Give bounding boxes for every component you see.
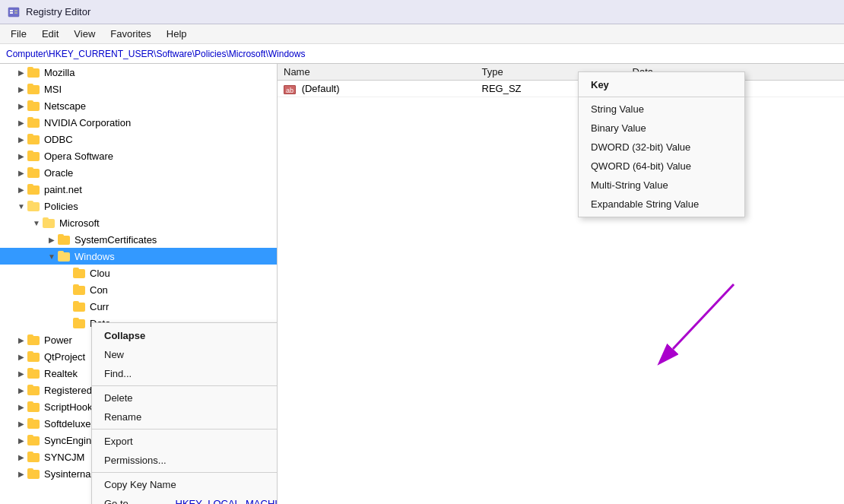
tree-item-currentver[interactable]: Curr	[0, 298, 277, 315]
tree-item-paintnet[interactable]: ▶ paint.net	[0, 181, 277, 198]
tree-label-control: Con	[90, 284, 108, 296]
menu-permissions[interactable]: Permissions...	[92, 451, 278, 470]
menu-goto-local[interactable]: Go to HKEY_LOCAL_MACHINE	[92, 494, 278, 504]
table-row[interactable]: ab (Default) REG_SZ (value not set)	[278, 81, 844, 97]
menu-sep-2	[92, 429, 278, 430]
expand-oracle[interactable]: ▶	[15, 169, 27, 177]
tree-label-cloudcontent: Clou	[90, 268, 110, 279]
tree-item-odbc[interactable]: ▶ ODBC	[0, 131, 277, 147]
tree-item-microsoft[interactable]: ▼ Microsoft	[0, 214, 277, 231]
expand-windows[interactable]: ▼	[46, 252, 58, 261]
svg-rect-0	[8, 8, 19, 17]
expand-policies[interactable]: ▼	[15, 202, 27, 211]
svg-rect-3	[14, 10, 17, 11]
menu-find[interactable]: Find...	[92, 364, 278, 383]
expand-microsoft[interactable]: ▼	[30, 219, 43, 227]
tree-item-mozilla[interactable]: ▶ Mozilla	[0, 64, 277, 81]
expand-softdeluxe[interactable]: ▶	[15, 420, 27, 428]
folder-cloudcontent-icon	[73, 268, 87, 278]
menu-edit[interactable]: Edit	[36, 27, 65, 41]
folder-microsoft-icon	[43, 217, 56, 228]
submenu-multi-string-value[interactable]: Multi-String Value	[579, 176, 744, 195]
folder-datacoll-icon	[73, 318, 87, 328]
submenu-dword-value[interactable]: DWORD (32-bit) Value	[579, 138, 744, 157]
folder-odbc-icon	[27, 134, 41, 144]
folder-registeredap-icon	[27, 385, 41, 395]
expand-netscape[interactable]: ▶	[15, 102, 27, 110]
submenu-binary-value[interactable]: Binary Value	[579, 119, 744, 138]
folder-mozilla-icon	[27, 67, 41, 78]
tree-label-netscape: Netscape	[44, 100, 86, 112]
tree-item-msi[interactable]: ▶ MSI	[0, 81, 277, 97]
folder-scripthookv-icon	[27, 401, 41, 412]
submenu-expandable-string-value[interactable]: Expandable String Value	[579, 195, 744, 214]
expand-qtproject[interactable]: ▶	[15, 353, 27, 361]
folder-syncjm-icon	[27, 452, 41, 462]
submenu-key[interactable]: Key	[579, 75, 744, 94]
folder-netscape-icon	[27, 100, 41, 111]
menu-copy-key-name[interactable]: Copy Key Name	[92, 475, 278, 494]
submenu-string-value[interactable]: String Value	[579, 100, 744, 119]
expand-nvidia[interactable]: ▶	[15, 119, 27, 127]
tree-label-msi: MSI	[44, 84, 62, 95]
arrow-annotation	[643, 277, 779, 378]
submenu: Key String Value Binary Value DWORD (32-…	[578, 71, 745, 217]
expand-msi[interactable]: ▶	[15, 85, 27, 94]
expand-scripthookv[interactable]: ▶	[15, 403, 27, 411]
menu-favorites[interactable]: Favorites	[104, 27, 157, 41]
tree-item-windows[interactable]: ▼ Windows	[0, 248, 277, 265]
menu-collapse[interactable]: Collapse	[92, 326, 278, 345]
folder-systemcerts-icon	[58, 234, 71, 245]
menu-file[interactable]: File	[5, 27, 33, 41]
expand-odbc[interactable]: ▶	[15, 135, 27, 144]
cell-name: ab (Default)	[278, 81, 476, 97]
registry-table: Name Type Data ab (Default) REG_SZ (valu…	[278, 64, 844, 97]
menu-delete[interactable]: Delete	[92, 388, 278, 407]
expand-paintnet[interactable]: ▶	[15, 185, 27, 194]
tree-label-qtproject: QtProject	[44, 351, 85, 363]
tree-label-odbc: ODBC	[44, 134, 73, 145]
tree-label-nvidia: NVIDIA Corporation	[44, 117, 131, 128]
expand-syncjm[interactable]: ▶	[15, 453, 27, 461]
tree-item-opera[interactable]: ▶ Opera Software	[0, 147, 277, 164]
folder-msi-icon	[27, 84, 41, 94]
tree-label-softdeluxe: Softdeluxe	[44, 418, 90, 430]
expand-mozilla[interactable]: ▶	[15, 68, 27, 77]
folder-windows-icon	[58, 251, 71, 262]
tree-item-netscape[interactable]: ▶ Netscape	[0, 97, 277, 114]
tree-label-realtek: Realtek	[44, 368, 78, 379]
tree-item-systemcerts[interactable]: ▶ SystemCertificates	[0, 231, 277, 248]
tree-item-nvidia[interactable]: ▶ NVIDIA Corporation	[0, 114, 277, 131]
menu-view[interactable]: View	[68, 27, 101, 41]
expand-realtek[interactable]: ▶	[15, 369, 27, 378]
folder-oracle-icon	[27, 167, 41, 178]
expand-systemcerts[interactable]: ▶	[46, 236, 58, 244]
menu-rename[interactable]: Rename	[92, 407, 278, 426]
expand-syncengines[interactable]: ▶	[15, 436, 27, 445]
folder-sysinternals-icon	[27, 468, 41, 479]
expand-sysinternals[interactable]: ▶	[15, 470, 27, 478]
tree-item-cloudcontent[interactable]: Clou	[0, 265, 277, 281]
submenu-qword-value[interactable]: QWORD (64-bit) Value	[579, 157, 744, 176]
folder-control-icon	[73, 284, 87, 295]
tree-label-policies: Policies	[44, 201, 78, 212]
tree-item-policies[interactable]: ▼ Policies	[0, 198, 277, 214]
tree-panel[interactable]: ▶ Mozilla ▶ MSI ▶ Netscape ▶ NVIDIA Corp…	[0, 64, 278, 504]
menu-new[interactable]: New ▶	[92, 345, 278, 364]
expand-opera[interactable]: ▶	[15, 152, 27, 160]
tree-item-oracle[interactable]: ▶ Oracle	[0, 164, 277, 181]
tree-label-systemcerts: SystemCertificates	[75, 234, 157, 246]
address-path: Computer\HKEY_CURRENT_USER\Software\Poli…	[6, 49, 305, 59]
tree-item-control[interactable]: Con	[0, 281, 277, 298]
expand-registeredap[interactable]: ▶	[15, 386, 27, 395]
svg-rect-4	[14, 12, 17, 14]
folder-currentver-icon	[73, 301, 87, 312]
folder-policies-icon	[27, 201, 41, 211]
col-name[interactable]: Name	[278, 64, 476, 81]
folder-qtproject-icon	[27, 351, 41, 362]
context-menu: Collapse New ▶ Find... Delete Rename Exp…	[91, 322, 278, 504]
menu-export[interactable]: Export	[92, 432, 278, 451]
tree-label-paintnet: paint.net	[44, 184, 82, 195]
menu-help[interactable]: Help	[160, 27, 193, 41]
expand-power[interactable]: ▶	[15, 336, 27, 344]
